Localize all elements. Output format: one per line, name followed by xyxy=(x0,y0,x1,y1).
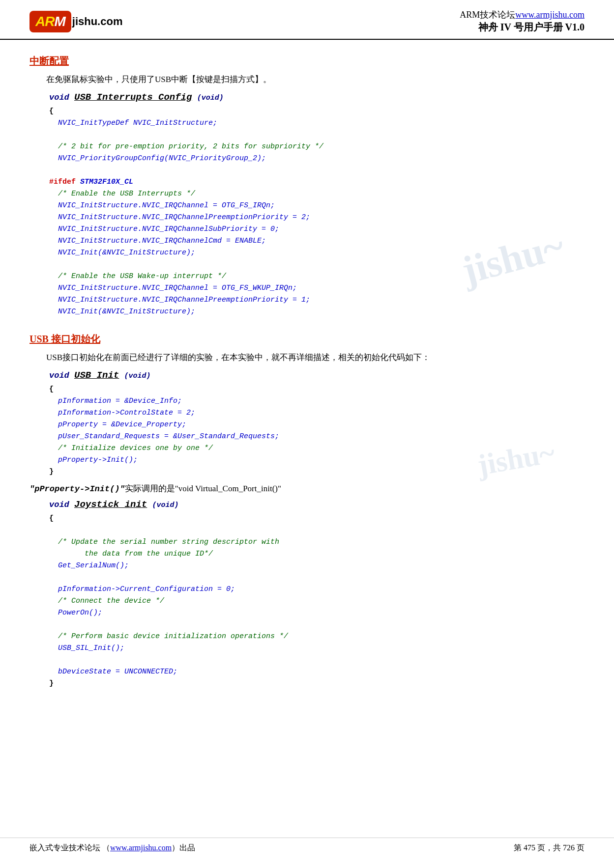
func-sig-joystick-init: void Joystick_init (void) xyxy=(49,499,585,510)
logo-box: ARM xyxy=(29,11,71,32)
footer-left-text: 嵌入式专业技术论坛 （ xyxy=(29,843,110,852)
comment-pproperty: "pProperty->Init()"实际调用的是"void Virtual_C… xyxy=(29,483,585,494)
func-sig-usb-interrupts: void USB_Interrupts_Config (void) xyxy=(49,92,585,103)
header-url[interactable]: www.armjishu.com xyxy=(515,10,585,20)
func-name-usb-init: USB_Init xyxy=(74,370,119,381)
func-param-2: (void) xyxy=(124,372,150,380)
footer-url[interactable]: www.armjishu.com xyxy=(110,843,172,852)
logo-text: jishu.com xyxy=(72,15,123,28)
page: ARM jishu.com ARM技术论坛www.armjishu.com 神舟… xyxy=(0,0,614,868)
kw-void-2: void xyxy=(49,371,74,380)
header-site: ARM技术论坛www.armjishu.com xyxy=(460,9,585,21)
kw-void-3: void xyxy=(49,500,74,509)
kw-void-1: void xyxy=(49,93,74,102)
header: ARM jishu.com ARM技术论坛www.armjishu.com 神舟… xyxy=(0,0,614,40)
footer: 嵌入式专业技术论坛 （www.armjishu.com）出品 第 475 页，共… xyxy=(0,838,614,858)
func-name-joystick-init: Joystick_init xyxy=(74,499,147,510)
code-usb-interrupts: { NVIC_InitTypeDef NVIC_InitStructure; /… xyxy=(49,106,585,318)
usb-init-para: USB接口初始化在前面已经进行了详细的实验，在本实验中，就不再详细描述，相关的初… xyxy=(29,351,585,365)
footer-right-text: ）出品 xyxy=(172,843,195,852)
footer-left: 嵌入式专业技术论坛 （www.armjishu.com）出品 xyxy=(29,843,195,853)
section-heading-usb: USB 接口初始化 xyxy=(29,333,585,346)
func-param-1: (void) xyxy=(197,94,224,102)
section-heading-interrupt: 中断配置 xyxy=(29,55,585,68)
footer-page-info: 第 475 页，共 726 页 xyxy=(514,843,585,853)
header-manual-title: 神舟 IV 号用户手册 V1.0 xyxy=(460,21,585,34)
main-content: 中断配置 在免驱鼠标实验中，只使用了USB中断【按键是扫描方式】。 void U… xyxy=(0,40,614,712)
func-param-3: (void) xyxy=(152,501,178,509)
func-name-usb-interrupts: USB_Interrupts_Config xyxy=(74,92,192,103)
func-sig-usb-init: void USB_Init (void) xyxy=(49,370,585,381)
code-joystick-init: { /* Update the serial number string des… xyxy=(49,513,585,690)
interrupt-para: 在免驱鼠标实验中，只使用了USB中断【按键是扫描方式】。 xyxy=(29,73,585,87)
logo-area: ARM jishu.com xyxy=(29,11,122,32)
header-right: ARM技术论坛www.armjishu.com 神舟 IV 号用户手册 V1.0 xyxy=(460,9,585,34)
logo-arm: ARM xyxy=(35,14,65,29)
code-usb-init: { pInformation = &Device_Info; pInformat… xyxy=(49,384,585,478)
